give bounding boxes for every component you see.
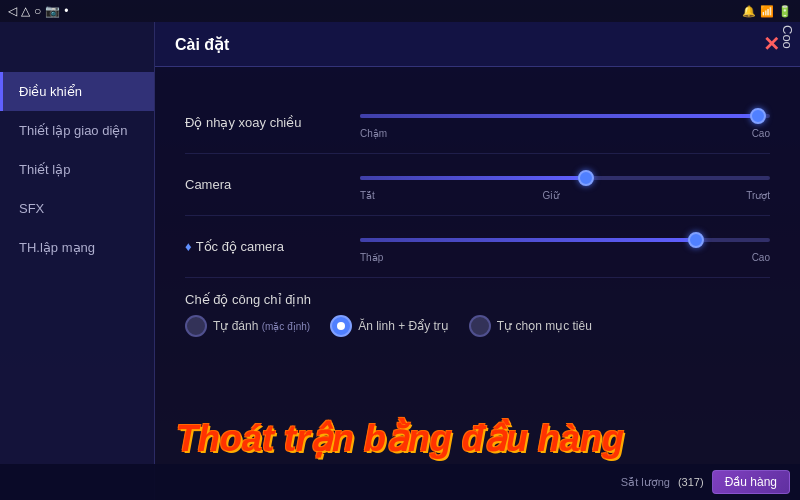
setting-row-radio: Chế độ công chỉ định Tự đánh (mặc định) … (185, 278, 770, 351)
do-nhay-label: Độ nhạy xoay chiều (185, 115, 360, 130)
toc-do-track (360, 238, 770, 242)
home-icon: △ (21, 4, 30, 18)
do-nhay-labels: Chậm Cao (360, 128, 770, 139)
do-nhay-thumb[interactable] (750, 108, 766, 124)
camera-track (360, 176, 770, 180)
camera-label-hold: Giữ (543, 190, 559, 201)
camera-fill (360, 176, 586, 180)
toc-do-fill (360, 238, 696, 242)
camera-thumb[interactable] (578, 170, 594, 186)
radio-options: Tự đánh (mặc định) Ăn linh + Đẩy trụ Tự … (185, 315, 592, 337)
sidebar-item-th-lap-mang[interactable]: TH.lập mạng (0, 228, 154, 267)
status-right-icons: 🔔 📶 🔋 (742, 5, 792, 18)
camera-labels: Tắt Giữ Trượt (360, 190, 770, 201)
radio-circle-an-linh (330, 315, 352, 337)
dialog-title: Cài đặt (175, 35, 763, 54)
close-button[interactable]: ✕ (763, 32, 780, 56)
recents-icon: ○ (34, 4, 41, 18)
do-nhay-label-slow: Chậm (360, 128, 387, 139)
sidebar-item-sfx[interactable]: SFX (0, 189, 154, 228)
camera-slider-container: Tắt Giữ Trượt (360, 168, 770, 201)
diamond-icon: ♦ (185, 239, 192, 254)
sidebar-item-thiet-lap[interactable]: Thiết lập (0, 150, 154, 189)
camera-icon: 📷 (45, 4, 60, 18)
radio-circle-tu-chon (469, 315, 491, 337)
radio-group-label: Chế độ công chỉ định (185, 292, 360, 307)
do-nhay-slider-container: Chậm Cao (360, 106, 770, 139)
surrender-button[interactable]: Đầu hàng (712, 470, 790, 494)
settings-label: Sắt lượng (621, 476, 670, 489)
camera-label-slide: Trượt (746, 190, 770, 201)
status-left-icons: ◁ △ ○ 📷 • (8, 4, 68, 18)
radio-option-tu-danh[interactable]: Tự đánh (mặc định) (185, 315, 310, 337)
title-bar: Cài đặt ✕ (155, 22, 800, 67)
battery-icon: 🔋 (778, 5, 792, 18)
corner-text: Coo (780, 25, 795, 49)
back-icon: ◁ (8, 4, 17, 18)
toc-do-thumb[interactable] (688, 232, 704, 248)
setting-row-camera: Camera Tắt Giữ Trượt (185, 154, 770, 216)
setting-row-do-nhay: Độ nhạy xoay chiều Chậm Cao (185, 92, 770, 154)
settings-rows: Độ nhạy xoay chiều Chậm Cao (185, 92, 770, 351)
do-nhay-track (360, 114, 770, 118)
toc-do-labels: Thấp Cao (360, 252, 770, 263)
radio-circle-tu-danh (185, 315, 207, 337)
camera-label-off: Tắt (360, 190, 375, 201)
bottom-bar: Sắt lượng (317) Đầu hàng (0, 464, 800, 500)
sidebar-item-thiet-lap-giao-dien[interactable]: Thiết lập giao diện (0, 111, 154, 150)
overlay-text: Thoát trận bằng đầu hàng (0, 418, 800, 460)
toc-do-label-high: Cao (752, 252, 770, 263)
do-nhay-track-wrap[interactable] (360, 106, 770, 126)
vote-count: (317) (678, 476, 704, 488)
radio-option-an-linh[interactable]: Ăn linh + Đẩy trụ (330, 315, 449, 337)
toc-do-label: ♦Tốc độ camera (185, 239, 360, 254)
do-nhay-label-fast: Cao (752, 128, 770, 139)
status-bar: ◁ △ ○ 📷 • 🔔 📶 🔋 (0, 0, 800, 22)
sidebar-item-dieu-khien[interactable]: Điều khiển (0, 72, 154, 111)
toc-do-slider-container: Thấp Cao (360, 230, 770, 263)
toc-do-track-wrap[interactable] (360, 230, 770, 250)
camera-label: Camera (185, 177, 360, 192)
wifi-icon: 📶 (760, 5, 774, 18)
camera-track-wrap[interactable] (360, 168, 770, 188)
radio-option-tu-chon[interactable]: Tự chọn mục tiêu (469, 315, 592, 337)
do-nhay-fill (360, 114, 758, 118)
dot-icon: • (64, 4, 68, 18)
alarm-icon: 🔔 (742, 5, 756, 18)
radio-label-an-linh: Ăn linh + Đẩy trụ (358, 319, 449, 333)
toc-do-label-low: Thấp (360, 252, 383, 263)
setting-row-toc-do: ♦Tốc độ camera Thấp Cao (185, 216, 770, 278)
radio-label-tu-chon: Tự chọn mục tiêu (497, 319, 592, 333)
radio-label-tu-danh: Tự đánh (mặc định) (213, 319, 310, 333)
